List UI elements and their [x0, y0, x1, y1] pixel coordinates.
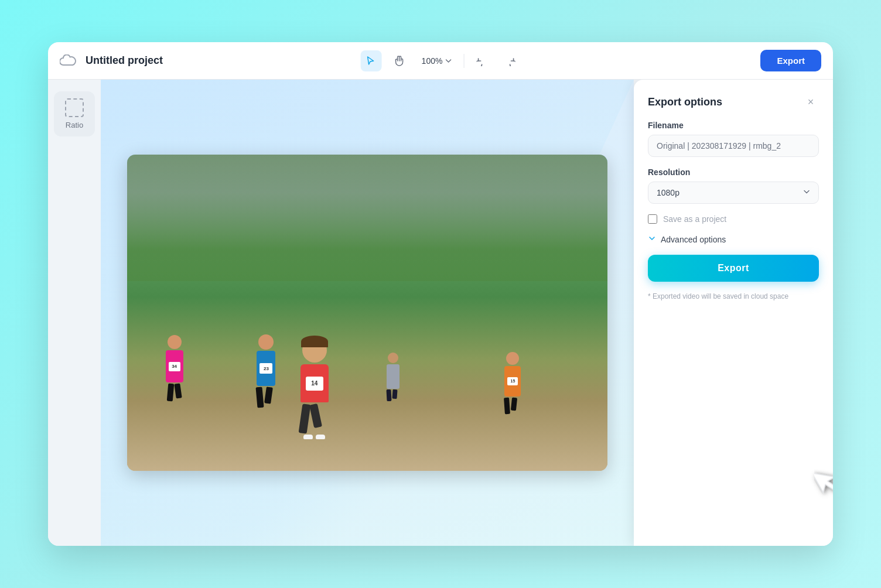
- save-project-row: Save as a project: [648, 214, 819, 224]
- advanced-options-label: Advanced options: [661, 235, 726, 244]
- left-sidebar: Ratio: [48, 80, 101, 546]
- close-icon: ×: [808, 96, 814, 108]
- toolbar-center: 100%: [361, 50, 521, 71]
- runner-right: 15: [504, 352, 521, 414]
- export-button-label: Export: [718, 263, 749, 273]
- ratio-tool[interactable]: Ratio: [54, 91, 95, 136]
- panel-title: Export options: [648, 96, 722, 108]
- cloud-icon: [60, 54, 76, 67]
- export-panel-button[interactable]: Export: [648, 255, 819, 282]
- filename-label: Filename: [648, 121, 819, 130]
- bib-34: 34: [169, 362, 180, 371]
- canvas-area: 34 23: [101, 80, 634, 546]
- ratio-icon: [65, 98, 84, 117]
- resolution-select[interactable]: 720p 1080p 4K: [648, 182, 819, 204]
- resolution-select-wrapper: 720p 1080p 4K: [648, 182, 819, 204]
- video-content: 34 23: [127, 155, 607, 471]
- runner-pink: 34: [166, 335, 183, 401]
- video-frame[interactable]: 34 23: [127, 155, 607, 471]
- export-panel: Export options × Filename Resolution 720…: [634, 80, 833, 546]
- redo-button[interactable]: [499, 50, 520, 71]
- ratio-label: Ratio: [66, 121, 83, 129]
- select-tool-button[interactable]: [361, 50, 382, 71]
- save-project-checkbox[interactable]: [648, 214, 657, 224]
- hand-tool-button[interactable]: [389, 50, 410, 71]
- main-content: Ratio 34: [48, 80, 833, 546]
- bib-23: 23: [259, 363, 272, 374]
- app-window: Untitled project 100%: [48, 42, 833, 546]
- bib-14: 14: [306, 377, 323, 391]
- export-header-button[interactable]: Export: [760, 50, 821, 71]
- zoom-level: 100%: [422, 56, 443, 66]
- zoom-control[interactable]: 100%: [417, 54, 457, 68]
- advanced-options-row[interactable]: Advanced options: [648, 234, 819, 244]
- toolbar: Untitled project 100%: [48, 42, 833, 80]
- filename-input[interactable]: [648, 135, 819, 157]
- resolution-label: Resolution: [648, 167, 819, 177]
- panel-container: Export options × Filename Resolution 720…: [634, 80, 833, 546]
- road: [127, 401, 607, 471]
- toolbar-right: Export: [760, 50, 821, 71]
- chevron-right-icon: [648, 234, 656, 244]
- undo-button[interactable]: [471, 50, 492, 71]
- main-runner: 14: [301, 338, 329, 439]
- save-project-label: Save as a project: [663, 214, 726, 224]
- resolution-group: Resolution 720p 1080p 4K: [648, 167, 819, 204]
- close-panel-button[interactable]: ×: [803, 94, 819, 110]
- filename-group: Filename: [648, 121, 819, 157]
- toolbar-divider: [463, 54, 464, 68]
- runner-blue: 23: [257, 334, 275, 408]
- panel-header: Export options ×: [648, 94, 819, 110]
- save-note: * Exported video will be saved in cloud …: [648, 292, 819, 300]
- runner-bg: [387, 353, 399, 401]
